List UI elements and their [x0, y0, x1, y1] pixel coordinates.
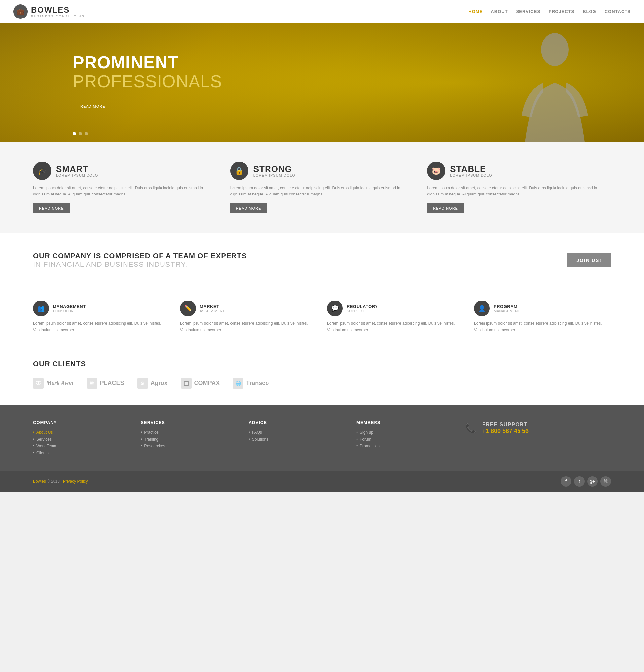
transco-text: Transco	[246, 380, 269, 387]
footer-work-team-link[interactable]: Work Team	[33, 444, 131, 448]
feature-smart-title: SMART	[56, 165, 98, 173]
mark-avon-text: Mark Avon	[46, 380, 74, 387]
feature-smart-titles: SMART LOREM IPSUM DOLO	[56, 165, 98, 177]
feature-stable-header: 🐷 STABLE LOREM IPSUM DOLO	[427, 162, 611, 180]
footer-forum-link[interactable]: Forum	[356, 437, 454, 442]
feature-strong-subtitle: LOREM IPSUM DOLO	[253, 173, 295, 177]
footer: COMPANY About Us Services Work Team Clie…	[0, 405, 644, 492]
footer-support: 📞 FREE SUPPORT +1 800 567 45 56	[464, 420, 611, 436]
service-program: 👤 PROGRAM MANAGEMENT Lorem ipsum dolor s…	[474, 300, 611, 333]
logo-text: BOWLES BUSINESS CONSULTING	[31, 5, 85, 18]
rss-icon[interactable]: ⌘	[600, 476, 611, 487]
support-text: FREE SUPPORT +1 800 567 45 56	[482, 422, 529, 434]
footer-company-title: COMPANY	[33, 420, 131, 425]
footer-clients-link[interactable]: Clients	[33, 451, 131, 455]
program-icon: 👤	[474, 300, 490, 316]
compax-text: COMPAX	[194, 380, 220, 387]
feature-smart-btn[interactable]: READ MORE	[33, 203, 70, 213]
features-grid: 🎓 SMART LOREM IPSUM DOLO Lorem ipsum dol…	[33, 162, 611, 213]
footer-members-title: MEMBERS	[356, 420, 454, 425]
nav-projects[interactable]: PROJECTS	[549, 9, 574, 14]
hero-dots	[73, 132, 88, 135]
places-text: PLACES	[100, 380, 124, 387]
services-section: 👥 MANAGEMENT CONSULTING Lorem ipsum dolo…	[0, 287, 644, 353]
feature-stable-subtitle: LOREM IPSUM DOLO	[450, 173, 492, 177]
footer-advice-col: ADVICE FAQs Solutions	[249, 420, 346, 458]
features-section: 🎓 SMART LOREM IPSUM DOLO Lorem ipsum dol…	[0, 142, 644, 233]
service-regulatory-title: REGULATORY	[347, 304, 378, 309]
logo-name: BOWLES	[31, 5, 85, 14]
footer-practice-link[interactable]: Practice	[141, 430, 238, 434]
nav-services[interactable]: SERVICES	[516, 9, 541, 14]
footer-researches-link[interactable]: Researches	[141, 444, 238, 448]
twitter-icon[interactable]: t	[574, 476, 585, 487]
googleplus-icon[interactable]: g+	[587, 476, 598, 487]
feature-stable-text: Lorem ipsum dolor sit amet, consete ctet…	[427, 185, 611, 197]
service-market-title: MARKET	[200, 304, 225, 309]
footer-bottom: Bowles © 2013 Privacy Policy f t g+ ⌘	[0, 471, 644, 492]
feature-stable-btn[interactable]: READ MORE	[427, 203, 464, 213]
management-icon: 👥	[33, 300, 49, 316]
feature-strong-btn[interactable]: READ MORE	[230, 203, 267, 213]
feature-strong: 🔒 STRONG LOREM IPSUM DOLO Lorem ipsum do…	[230, 162, 414, 213]
client-transco: 🌐 Transco	[233, 378, 269, 389]
feature-smart: 🎓 SMART LOREM IPSUM DOLO Lorem ipsum dol…	[33, 162, 217, 213]
footer-about-us-link[interactable]: About Us	[33, 430, 131, 434]
transco-icon: 🌐	[233, 378, 243, 389]
feature-strong-header: 🔒 STRONG LOREM IPSUM DOLO	[230, 162, 414, 180]
feature-stable-titles: STABLE LOREM IPSUM DOLO	[450, 165, 492, 177]
service-market-titles: MARKET ASSESSMENT	[200, 304, 225, 313]
feature-smart-header: 🎓 SMART LOREM IPSUM DOLO	[33, 162, 217, 180]
feature-smart-subtitle: LOREM IPSUM DOLO	[56, 173, 98, 177]
footer-training-link[interactable]: Training	[141, 437, 238, 442]
feature-strong-text: Lorem ipsum dolor sit amet, consete ctet…	[230, 185, 414, 197]
nav-blog[interactable]: BLOG	[583, 9, 596, 14]
support-phone-icon: 📞	[464, 420, 477, 436]
hero-read-more-button[interactable]: READ MORE	[73, 101, 113, 112]
places-icon: 🏛	[87, 378, 97, 389]
footer-services-link[interactable]: Services	[33, 437, 131, 442]
hero-content: PROMINENT PROFESSIONALS READ MORE	[73, 53, 222, 112]
svg-point-0	[541, 33, 569, 66]
footer-advice-title: ADVICE	[249, 420, 346, 425]
clients-section: OUR CLIENTS 🖼 Mark Avon 🏛 PLACES ⚙ Agrox…	[0, 353, 644, 405]
footer-faqs-link[interactable]: FAQs	[249, 430, 346, 434]
client-places: 🏛 PLACES	[87, 378, 124, 389]
service-regulatory-sub: SUPPORT	[347, 309, 378, 313]
footer-brand-link[interactable]: Bowles	[33, 479, 46, 484]
hero-section: PROMINENT PROFESSIONALS READ MORE	[0, 23, 644, 142]
support-number: +1 800 567 45 56	[482, 428, 529, 434]
footer-signup-link[interactable]: Sign up	[356, 430, 454, 434]
service-program-title: PROGRAM	[494, 304, 520, 309]
footer-promotions-link[interactable]: Promotions	[356, 444, 454, 448]
service-program-sub: MANAGEMENT	[494, 309, 520, 313]
service-management: 👥 MANAGEMENT CONSULTING Lorem ipsum dolo…	[33, 300, 170, 333]
support-label: FREE SUPPORT	[482, 422, 529, 428]
stable-icon: 🐷	[427, 162, 445, 180]
nav-contacts[interactable]: CONTACTS	[605, 9, 631, 14]
header: 💼 BOWLES BUSINESS CONSULTING HOME ABOUT …	[0, 0, 644, 23]
join-us-button[interactable]: JOIN US!	[567, 253, 611, 267]
hero-dot-3[interactable]	[85, 132, 88, 135]
services-grid: 👥 MANAGEMENT CONSULTING Lorem ipsum dolo…	[33, 300, 611, 333]
hero-image	[492, 30, 618, 142]
agrox-text: Agrox	[151, 380, 168, 387]
logo: 💼 BOWLES BUSINESS CONSULTING	[13, 4, 85, 19]
footer-privacy-link[interactable]: Privacy Policy	[63, 479, 88, 484]
nav-about[interactable]: ABOUT	[491, 9, 508, 14]
cta-text: OUR COMPANY IS COMPRISED OF A TEAM OF EX…	[33, 252, 247, 269]
footer-solutions-link[interactable]: Solutions	[249, 437, 346, 442]
client-agrox: ⚙ Agrox	[138, 378, 168, 389]
facebook-icon[interactable]: f	[561, 476, 571, 487]
service-management-header: 👥 MANAGEMENT CONSULTING	[33, 300, 170, 316]
agrox-icon: ⚙	[138, 378, 148, 389]
service-market: ✏️ MARKET ASSESSMENT Lorem ipsum dolor s…	[180, 300, 317, 333]
hero-title-light: PROFESSIONALS	[73, 72, 222, 91]
footer-services-title: SERVICES	[141, 420, 238, 425]
nav-home[interactable]: HOME	[468, 9, 482, 14]
hero-dot-2[interactable]	[79, 132, 82, 135]
service-program-header: 👤 PROGRAM MANAGEMENT	[474, 300, 611, 316]
hero-dot-1[interactable]	[73, 132, 76, 135]
regulatory-icon: 💬	[327, 300, 343, 316]
market-icon: ✏️	[180, 300, 196, 316]
